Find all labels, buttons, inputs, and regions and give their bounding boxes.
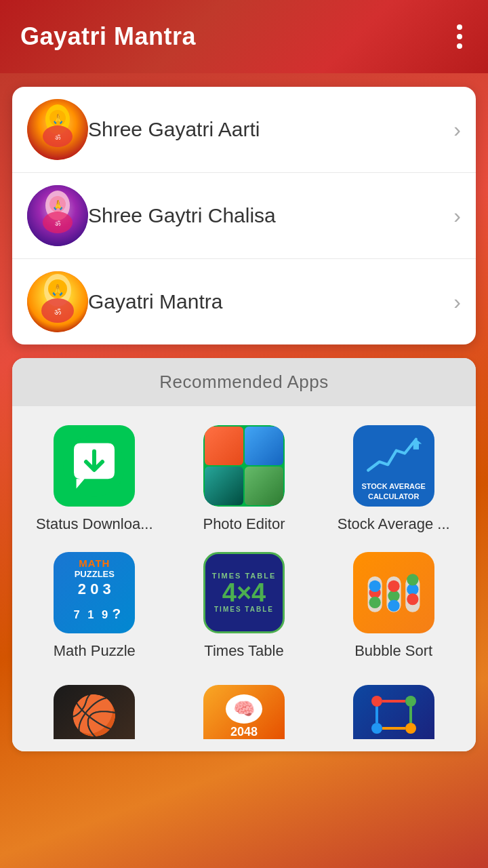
status-downloader-label: Status Downloa... [36, 515, 152, 534]
overflow-menu-button[interactable] [451, 19, 468, 54]
svg-point-35 [407, 574, 418, 585]
aarti-label: Shree Gayatri Aarti [88, 118, 453, 141]
app-item-photo-editor[interactable]: Photo Editor [173, 420, 316, 540]
app-item-bubble-sort[interactable]: Bubble Sort [322, 547, 465, 667]
recommended-title: Recommended Apps [159, 372, 328, 392]
menu-item-chalisa[interactable]: 🙏 ॐ Shree Gaytri Chalisa › [12, 173, 476, 259]
math-puzzles-text: PUZZLES [75, 569, 115, 579]
main-content: 🙏 ॐ Shree Gayatri Aarti › [0, 73, 488, 868]
recommended-header: Recommended Apps [12, 358, 476, 406]
status-downloader-icon [54, 425, 135, 507]
app-item-stock-average[interactable]: STOCK AVERAGECALCULATOR Stock Average ..… [322, 420, 465, 540]
chalisa-icon: 🙏 ॐ [27, 185, 88, 246]
menu-item-mantra[interactable]: 🙏 ॐ Gayatri Mantra › [12, 259, 476, 344]
app-item-times-table[interactable]: TIMES TABLE 4×4 TIMES TABLE Times Table [173, 547, 316, 667]
times-table-label: Times Table [204, 642, 283, 661]
svg-text:7: 7 [73, 608, 79, 621]
stock-average-label: Stock Average ... [338, 515, 450, 534]
aarti-chevron: › [453, 117, 461, 142]
svg-point-30 [388, 580, 399, 591]
svg-text:🙏: 🙏 [52, 199, 64, 211]
svg-point-31 [388, 599, 399, 611]
svg-point-27 [369, 580, 380, 591]
menu-dot-3 [457, 43, 462, 49]
svg-point-26 [369, 596, 380, 608]
svg-point-37 [405, 696, 416, 707]
aarti-icon: 🙏 ॐ [27, 99, 88, 160]
stock-text: STOCK AVERAGECALCULATOR [361, 481, 426, 501]
app-item-status-downloader[interactable]: Status Downloa... [23, 420, 166, 540]
mantra-icon: 🙏 ॐ [27, 271, 88, 332]
menu-dot-2 [457, 34, 462, 39]
photo-editor-label: Photo Editor [203, 515, 285, 534]
chalisa-chevron: › [453, 203, 461, 229]
menu-dot-1 [457, 24, 462, 30]
app-title: Gayatri Mantra [20, 22, 196, 51]
times-table-icon: TIMES TABLE 4×4 TIMES TABLE [203, 552, 285, 633]
svg-text:ॐ: ॐ [55, 220, 61, 227]
chalisa-label: Shree Gaytri Chalisa [88, 204, 453, 227]
app-item-2048[interactable]: 🧠 2048 [173, 679, 316, 745]
svg-point-38 [371, 723, 382, 734]
connect-puzzle-icon [353, 685, 434, 739]
svg-text:ॐ: ॐ [54, 307, 61, 317]
basketball-icon: 🏀 [54, 685, 135, 739]
app-item-math-puzzle[interactable]: MATH PUZZLES 2 0 3 7 1 9 ? Math Puzzle [23, 547, 166, 667]
app-item-connect-puzzle[interactable] [322, 679, 465, 745]
svg-text:?: ? [112, 606, 121, 621]
apps-grid: Status Downloa... Photo Editor [12, 406, 476, 679]
app-header: Gayatri Mantra [0, 0, 488, 73]
stock-average-icon: STOCK AVERAGECALCULATOR [353, 425, 434, 507]
times-bottom-text: TIMES TABLE [214, 606, 274, 613]
svg-point-39 [405, 723, 416, 734]
svg-text:1: 1 [87, 608, 94, 621]
times-4x4-text: 4×4 [222, 580, 266, 606]
photo-editor-icon [203, 425, 285, 507]
app-item-basketball[interactable]: 🏀 [23, 679, 166, 745]
svg-text:ॐ: ॐ [55, 134, 61, 141]
svg-text:9: 9 [102, 608, 108, 621]
svg-point-34 [407, 593, 418, 605]
math-numbers-text: 2 0 3 [78, 580, 111, 598]
math-puzzle-label: Math Puzzle [54, 642, 136, 661]
menu-card: 🙏 ॐ Shree Gayatri Aarti › [12, 87, 476, 344]
math-title-text: MATH [79, 557, 110, 569]
bubble-sort-icon [353, 552, 434, 633]
recommended-section: Recommended Apps Status Downloa... [12, 358, 476, 751]
apps-grid-bottom: 🏀 🧠 2048 [12, 679, 476, 751]
mantra-label: Gayatri Mantra [88, 290, 453, 313]
svg-point-36 [371, 696, 382, 707]
math-puzzle-icon: MATH PUZZLES 2 0 3 7 1 9 ? [54, 552, 135, 633]
2048-icon: 🧠 2048 [203, 685, 285, 739]
bubble-sort-label: Bubble Sort [354, 642, 432, 661]
svg-text:🙏: 🙏 [51, 283, 64, 296]
mantra-chevron: › [453, 290, 461, 315]
svg-text:🙏: 🙏 [52, 113, 64, 125]
menu-item-aarti[interactable]: 🙏 ॐ Shree Gayatri Aarti › [12, 87, 476, 173]
